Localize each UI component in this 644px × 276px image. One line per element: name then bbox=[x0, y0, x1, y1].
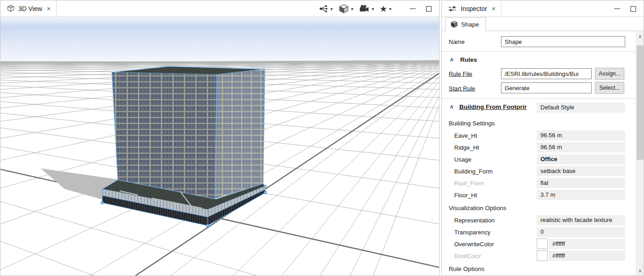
chevron-down-icon[interactable]: ▾ bbox=[389, 6, 391, 11]
shape-cube-icon bbox=[451, 21, 458, 28]
property-row: Eave_Ht 96.56 m bbox=[442, 130, 636, 141]
scroll-up-icon[interactable]: ∧ bbox=[636, 32, 644, 40]
color-value-field[interactable]: #ffffff bbox=[549, 239, 625, 249]
3d-view-tabbar: 3D View × ▾ ▾ bbox=[0, 0, 439, 17]
property-value-field[interactable]: 96.56 m bbox=[537, 142, 625, 152]
property-value-field[interactable]: Office bbox=[537, 154, 625, 164]
rules-section-header: ∧ Rules bbox=[442, 54, 636, 66]
tab-inspector[interactable]: Inspector × bbox=[442, 0, 501, 16]
chevron-down-icon[interactable]: ▾ bbox=[330, 6, 333, 11]
property-label: Ridge_Ht bbox=[454, 144, 479, 151]
3d-canvas[interactable] bbox=[0, 17, 439, 276]
cube-outline-icon bbox=[7, 5, 15, 12]
property-value-field[interactable]: setback base bbox=[537, 166, 625, 176]
assign-button[interactable]: Assign... bbox=[595, 68, 624, 80]
color-swatch[interactable] bbox=[537, 250, 548, 261]
collapse-chevron-icon[interactable]: ∧ bbox=[450, 103, 454, 110]
property-row: Representation realistic with facade tex… bbox=[442, 214, 636, 226]
minimize-button[interactable] bbox=[614, 8, 620, 9]
name-label: Name bbox=[449, 38, 465, 45]
start-rule-link[interactable]: Start Rule bbox=[449, 85, 475, 92]
close-icon[interactable]: × bbox=[47, 5, 51, 12]
viewport-toolbar: ▾ ▾ ▾ ★ ▾ bbox=[319, 0, 395, 17]
property-value-field[interactable]: flat bbox=[537, 178, 625, 188]
tab-inspector-label: Inspector bbox=[461, 5, 487, 12]
inspector-subtabbar: Shape bbox=[442, 17, 644, 31]
color-swatch[interactable] bbox=[537, 238, 548, 249]
chevron-down-icon[interactable]: ▾ bbox=[372, 6, 374, 11]
maximize-button[interactable] bbox=[630, 6, 636, 12]
name-row: Name bbox=[442, 35, 636, 48]
bff-section-header: ∧ Building From Footprir Default Style bbox=[442, 102, 636, 114]
maximize-button[interactable] bbox=[426, 6, 432, 12]
rule-options-header: Rule Options bbox=[442, 264, 636, 275]
bff-section-title[interactable]: Building From Footprir bbox=[459, 103, 527, 110]
group-title: Building Settings bbox=[449, 120, 495, 127]
color-value-field[interactable]: #ffffff bbox=[549, 251, 625, 261]
property-label: Transparency bbox=[454, 229, 490, 236]
chevron-down-icon[interactable]: ▾ bbox=[351, 6, 353, 11]
property-row: OverwriteColor #ffffff bbox=[442, 238, 636, 250]
inspector-panel: Inspector × Shape Name ∧ bbox=[441, 0, 644, 276]
property-value-field[interactable]: 0 bbox=[537, 227, 625, 237]
property-label: Eave_Ht bbox=[454, 132, 477, 139]
group-title: Rule Options bbox=[449, 265, 484, 272]
property-row: Usage Office bbox=[442, 153, 636, 165]
rule-file-link[interactable]: Rule File bbox=[449, 70, 472, 77]
property-value-field[interactable]: 3.7 m bbox=[537, 190, 625, 200]
property-label: OverwriteColor bbox=[454, 241, 494, 248]
start-rule-input[interactable] bbox=[501, 82, 592, 93]
scroll-down-icon[interactable]: ∨ bbox=[636, 267, 644, 275]
close-icon[interactable]: × bbox=[492, 5, 496, 12]
property-row: Floor_Ht 3.7 m bbox=[442, 189, 636, 201]
group-title: Visualization Options bbox=[449, 205, 506, 211]
property-label: Roof_Form bbox=[454, 180, 484, 187]
camera-icon[interactable] bbox=[359, 4, 370, 13]
building-settings-header: Building Settings bbox=[442, 118, 636, 130]
property-label: Floor_Ht bbox=[454, 192, 477, 199]
inspector-content: Name ∧ Rules Rule File Assign... Start R… bbox=[442, 32, 636, 276]
tab-shape-label: Shape bbox=[461, 21, 479, 28]
scrollbar-thumb[interactable] bbox=[637, 45, 644, 160]
collapse-chevron-icon[interactable]: ∧ bbox=[450, 56, 454, 63]
rules-section-title: Rules bbox=[460, 56, 477, 63]
property-label: RoofColor bbox=[454, 253, 481, 260]
property-label: Representation bbox=[454, 217, 495, 224]
property-label: Usage bbox=[454, 156, 472, 163]
tab-shape[interactable]: Shape bbox=[446, 17, 486, 31]
3d-view-panel: 3D View × ▾ ▾ bbox=[0, 0, 440, 276]
separator bbox=[442, 51, 636, 52]
separator bbox=[442, 98, 636, 99]
style-value-field[interactable]: Default Style bbox=[537, 103, 625, 113]
property-row: Roof_Form flat bbox=[442, 177, 636, 189]
tab-3d-view[interactable]: 3D View × bbox=[0, 0, 57, 16]
window-buttons bbox=[614, 0, 636, 17]
name-input[interactable] bbox=[501, 36, 625, 47]
property-row: Building_Form setback base bbox=[442, 165, 636, 177]
window-buttons bbox=[410, 0, 432, 17]
property-value-field[interactable]: 96.56 m bbox=[537, 130, 625, 141]
bookmarks-star-icon[interactable]: ★ bbox=[380, 5, 387, 13]
scene-graph-icon[interactable] bbox=[319, 4, 329, 13]
tab-3d-view-label: 3D View bbox=[18, 5, 42, 12]
property-row: Transparency 0 bbox=[442, 226, 636, 238]
rule-file-input[interactable] bbox=[501, 68, 592, 79]
property-value-field[interactable]: realistic with facade texture bbox=[537, 215, 625, 225]
viewshed-cube-icon[interactable] bbox=[338, 4, 349, 14]
property-row: Ridge_Ht 96.56 m bbox=[442, 141, 636, 153]
building-tower bbox=[112, 66, 265, 199]
vertical-scrollbar[interactable]: ∧ ∨ bbox=[636, 32, 644, 276]
property-row: RoofColor #ffffff bbox=[442, 250, 636, 262]
select-button[interactable]: Select... bbox=[595, 82, 624, 94]
minimize-button[interactable] bbox=[410, 8, 416, 9]
sliders-icon bbox=[448, 5, 457, 12]
property-label: Building_Form bbox=[454, 168, 493, 175]
rule-file-row: Rule File Assign... bbox=[442, 66, 636, 81]
visualization-options-header: Visualization Options bbox=[442, 203, 636, 214]
inspector-tabbar: Inspector × bbox=[442, 0, 644, 17]
start-rule-row: Start Rule Select... bbox=[442, 81, 636, 95]
